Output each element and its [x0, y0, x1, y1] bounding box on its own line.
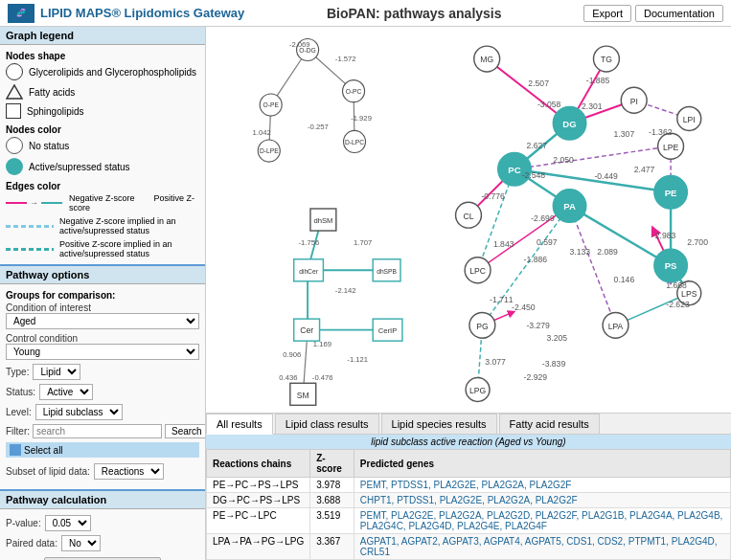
svg-text:LPI: LPI: [683, 115, 696, 124]
pvalue-select[interactable]: 0.05: [45, 515, 91, 531]
svg-text:Cer: Cer: [300, 325, 313, 335]
svg-text:1.169: 1.169: [313, 340, 331, 348]
pos-zscore-line: [41, 202, 62, 204]
paired-row: Paired data: No: [6, 535, 199, 551]
svg-line-22: [570, 206, 616, 325]
svg-text:1.707: 1.707: [354, 238, 372, 247]
svg-text:-2.929: -2.929: [524, 372, 548, 382]
documentation-button[interactable]: Documentation: [635, 5, 723, 22]
svg-text:3.077: 3.077: [485, 357, 506, 367]
svg-text:PS: PS: [665, 260, 677, 271]
reaction-cell: PE→PC→LPC: [207, 508, 310, 534]
col-genes: Predicted genes: [354, 450, 730, 478]
svg-text:-1.711: -1.711: [490, 295, 514, 304]
svg-text:LPC: LPC: [469, 266, 486, 276]
svg-text:-2.983: -2.983: [652, 231, 676, 240]
zscore-cell: 3.519: [310, 508, 354, 534]
svg-marker-0: [7, 85, 22, 99]
tab-all-results[interactable]: All results: [206, 414, 273, 435]
svg-text:-0.476: -0.476: [312, 373, 333, 382]
svg-text:-2.623: -2.623: [666, 300, 690, 309]
reaction-cell: LPA→PA→PG→LPG: [207, 534, 310, 560]
results-tabs: All results Lipid class results Lipid sp…: [206, 414, 731, 435]
right-panel: DG PC PA PE PS MG TG PI LPI L: [206, 27, 731, 560]
active-status-icon: [6, 158, 23, 175]
svg-text:-1.756: -1.756: [298, 238, 319, 247]
subset-label: Subset of lipid data:: [6, 466, 90, 477]
svg-text:LPG: LPG: [469, 386, 487, 395]
no-status-icon: [6, 137, 23, 154]
svg-text:0.597: 0.597: [537, 237, 558, 247]
svg-text:dhSM: dhSM: [313, 216, 332, 225]
pos-implied-label: Positive Z-score implied in an active/su…: [59, 239, 199, 258]
control-group: Control condition Young: [6, 333, 199, 360]
main-layout: Graph legend Nodes shape Glycerolipids a…: [0, 27, 731, 560]
export-button[interactable]: Export: [583, 5, 631, 22]
search-button[interactable]: Search: [165, 424, 206, 438]
svg-text:SM: SM: [297, 391, 309, 400]
svg-text:-2.548: -2.548: [522, 170, 546, 180]
result-subtitle: lipid subclass active reaction (Aged vs …: [206, 435, 731, 449]
triangle-label: Fatty acids: [29, 87, 75, 98]
pathway-calc-header: Pathway calculation: [0, 491, 205, 509]
graph-legend-content: Nodes shape Glycerolipids and Glyceropho…: [0, 45, 205, 264]
svg-text:DG: DG: [562, 119, 576, 129]
nodes-shape-legend: Glycerolipids and Glycerophospholipids F…: [6, 63, 199, 119]
type-select[interactable]: Lipid: [33, 364, 80, 380]
col-zscore: Z-score: [310, 450, 354, 478]
tab-lipid-class[interactable]: Lipid class results: [275, 414, 379, 434]
select-all-checkbox[interactable]: [10, 444, 21, 456]
svg-text:1.843: 1.843: [493, 239, 514, 249]
svg-text:2.301: 2.301: [582, 101, 603, 111]
edges-color-legend: → Negative Z-score Positive Z-score Nega…: [6, 193, 199, 258]
nodes-color-title: Nodes color: [6, 124, 199, 135]
search-input[interactable]: [33, 424, 162, 438]
reaction-cell: PE→PC→PS→LPS: [207, 478, 310, 493]
header-left: 🧬 LIPID MAPS® Lipidomics Gateway: [8, 4, 244, 23]
neg-implied-label: Negative Z-score implied in an active/su…: [59, 216, 199, 235]
no-status-label: No status: [29, 141, 69, 151]
neg-zscore-line: [6, 202, 27, 204]
svg-text:-0.776: -0.776: [481, 191, 505, 201]
svg-text:-3.279: -3.279: [526, 321, 550, 330]
svg-text:PE: PE: [665, 188, 677, 198]
genes-cell: PEMT, PTDSS1, PLA2G2E, PLA2G2A, PLA2G2F: [354, 478, 730, 493]
svg-text:LPE: LPE: [663, 143, 679, 152]
svg-text:-2.699: -2.699: [531, 213, 555, 223]
svg-text:TG: TG: [601, 55, 612, 64]
control-select[interactable]: Young: [6, 344, 199, 360]
svg-text:2.089: 2.089: [597, 247, 618, 257]
level-select[interactable]: Lipid subclass: [35, 404, 123, 420]
legend-rect-row: Sphingolipids: [6, 103, 199, 119]
paired-select[interactable]: No: [61, 535, 101, 551]
svg-text:2.700: 2.700: [687, 237, 708, 247]
legend-neg-zscore-row: → Negative Z-score Positive Z-score: [6, 193, 199, 213]
status-select[interactable]: Active: [39, 384, 93, 400]
svg-text:PC: PC: [508, 165, 520, 175]
status-label: Status:: [6, 387, 35, 397]
genes-cell: AGPAT1, AGPAT2, AGPAT3, AGPAT4, AGPAT5, …: [354, 534, 730, 560]
svg-text:-3.058: -3.058: [537, 100, 561, 109]
svg-text:-3.839: -3.839: [542, 359, 566, 369]
svg-text:LPS: LPS: [681, 289, 697, 299]
genes-cell: PEMT, PLA2G2E, PLA2G2A, PLA2G2D, PLA2G2F…: [354, 508, 730, 534]
circle-shape-icon: [6, 63, 23, 80]
svg-text:2.507: 2.507: [528, 78, 549, 88]
rect-shape-icon: [6, 103, 21, 119]
level-row: Level: Lipid subclass: [6, 404, 199, 420]
svg-text:D-LPC: D-LPC: [345, 139, 364, 146]
subset-select[interactable]: Reactions: [94, 463, 164, 480]
tab-lipid-species[interactable]: Lipid species results: [381, 414, 497, 434]
tab-fatty-acid[interactable]: Fatty acid results: [499, 414, 600, 434]
svg-text:-0.449: -0.449: [594, 171, 618, 181]
select-all-row[interactable]: Select all: [6, 442, 199, 458]
paired-label: Paired data:: [6, 538, 57, 549]
zscore-cell: 3.688: [310, 493, 354, 508]
legend-active-status-row: Active/supressed status: [6, 158, 199, 175]
svg-text:CL: CL: [463, 212, 473, 221]
condition-select[interactable]: Aged: [6, 313, 199, 329]
svg-text:2.627: 2.627: [526, 141, 547, 150]
graph-legend-section: Graph legend Nodes shape Glycerolipids a…: [0, 27, 205, 264]
svg-text:1.307: 1.307: [614, 129, 635, 139]
svg-text:-2.069: -2.069: [289, 40, 310, 49]
